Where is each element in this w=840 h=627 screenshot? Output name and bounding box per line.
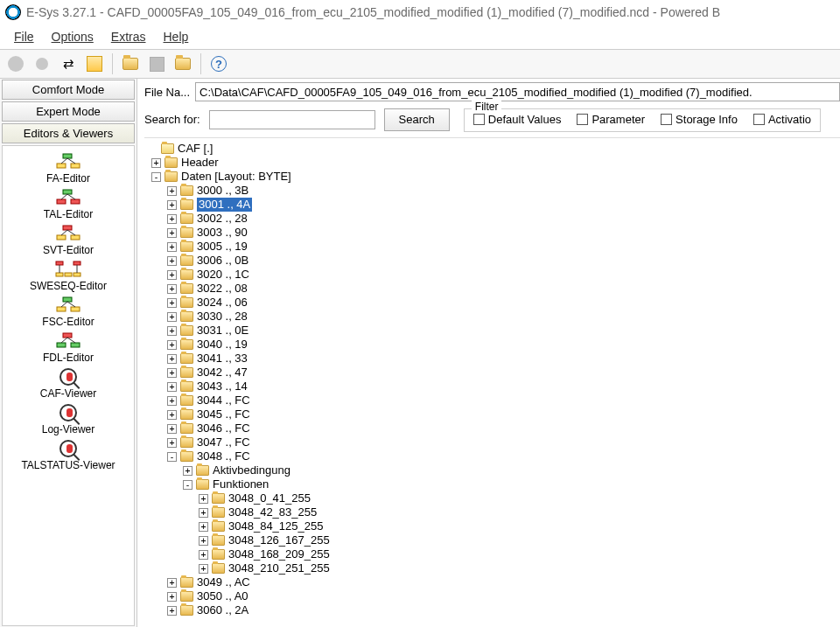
expand-icon[interactable]: + [199, 550, 208, 560]
expand-icon[interactable]: + [151, 158, 161, 168]
fa-editor-item[interactable]: FA-Editor [3, 150, 134, 185]
menu-help[interactable]: Help [157, 28, 196, 45]
expand-icon[interactable]: + [167, 354, 177, 364]
expand-icon[interactable]: + [167, 368, 177, 378]
tree-row[interactable]: +3048_210_251_255 [148, 561, 840, 575]
tree-row[interactable]: +3040 ., 19 [148, 338, 840, 352]
tree-row[interactable]: +3041 ., 33 [148, 352, 840, 366]
save-button[interactable] [146, 53, 167, 74]
back-button[interactable] [5, 53, 26, 74]
expand-icon[interactable]: + [199, 494, 208, 504]
tree-row[interactable]: +3060 ., 2A [148, 603, 840, 617]
tree-row[interactable]: +3001 ., 4A [148, 198, 840, 212]
tree-row[interactable]: +3048_126_167_255 [148, 533, 840, 547]
filter-parameter[interactable]: Parameter [577, 113, 645, 126]
expand-icon[interactable]: + [167, 298, 177, 308]
expand-icon[interactable]: + [167, 382, 177, 392]
config-button[interactable] [84, 53, 105, 74]
collapse-icon[interactable]: - [183, 480, 192, 490]
expand-icon[interactable]: + [167, 606, 177, 616]
sweseq-editor-item[interactable]: SWESEQ-Editor [3, 257, 134, 293]
expand-icon[interactable]: + [167, 340, 177, 350]
expand-icon[interactable]: + [167, 578, 177, 588]
tree-row[interactable]: +3048_0_41_255 [148, 491, 840, 505]
menu-extras[interactable]: Extras [104, 28, 153, 45]
expert-mode-header[interactable]: Expert Mode [2, 101, 135, 122]
tree-row[interactable]: +3022 ., 08 [148, 282, 840, 296]
tree-row[interactable]: +3024 ., 06 [148, 296, 840, 310]
expand-icon[interactable]: + [167, 228, 177, 238]
search-button[interactable]: Search [384, 108, 450, 131]
expand-icon[interactable]: + [167, 326, 177, 336]
tree-row[interactable]: +Header [148, 156, 840, 170]
filter-storage-info[interactable]: Storage Info [661, 113, 738, 126]
caf-viewer-item[interactable]: CAF-Viewer [3, 365, 134, 401]
expand-icon[interactable]: + [167, 186, 177, 196]
tree-row[interactable]: +3031 ., 0E [148, 324, 840, 338]
tree-row[interactable]: +3050 ., A0 [148, 589, 840, 603]
tree-row[interactable]: -Funktionen [148, 477, 840, 491]
expand-icon[interactable]: + [199, 564, 208, 574]
forward-button[interactable] [32, 53, 52, 74]
expand-icon[interactable]: + [167, 396, 177, 406]
search-input[interactable] [209, 110, 375, 129]
tree-view[interactable]: CAF [.]+Header-Daten [Layout: BYTE]+3000… [144, 137, 840, 627]
folder-icon [212, 507, 225, 518]
expand-icon[interactable]: + [167, 270, 177, 280]
expand-icon[interactable]: + [199, 536, 208, 546]
tree-row[interactable]: +3000 ., 3B [148, 184, 840, 198]
filename-input[interactable] [195, 82, 840, 101]
expand-icon[interactable]: + [167, 214, 177, 224]
expand-icon[interactable]: + [167, 256, 177, 266]
collapse-icon[interactable]: - [151, 172, 161, 182]
tree-row[interactable]: +3006 ., 0B [148, 254, 840, 268]
tree-row[interactable]: +3030 ., 28 [148, 310, 840, 324]
connect-button[interactable]: ⇄ [58, 53, 79, 74]
expand-icon[interactable]: + [199, 508, 208, 518]
filter-activation[interactable]: Activatio [753, 113, 811, 126]
collapse-icon[interactable]: - [167, 452, 177, 462]
expand-icon[interactable]: + [167, 284, 177, 294]
fdl-editor-item[interactable]: FDL-Editor [3, 329, 134, 365]
tree-row[interactable]: +3047 ., FC [148, 435, 840, 449]
log-viewer-item[interactable]: Log-Viewer [3, 401, 134, 436]
svt-editor-item[interactable]: SVT-Editor [3, 221, 134, 257]
fsc-editor-item[interactable]: FSC-Editor [3, 293, 134, 329]
tree-row[interactable]: +Aktivbedingung [148, 463, 840, 477]
menu-options[interactable]: Options [45, 28, 101, 45]
help-button[interactable]: ? [208, 53, 229, 74]
tree-row[interactable]: -3048 ., FC [148, 449, 840, 463]
talstatus-viewer-item[interactable]: TALSTATUS-Viewer [3, 436, 134, 472]
comfort-mode-header[interactable]: Comfort Mode [2, 80, 135, 100]
tree-row[interactable]: +3005 ., 19 [148, 240, 840, 254]
tree-row[interactable]: CAF [.] [148, 142, 840, 156]
expand-icon[interactable]: + [167, 242, 177, 252]
save-as-button[interactable] [172, 53, 193, 74]
tree-row[interactable]: +3048_42_83_255 [148, 505, 840, 519]
tree-row[interactable]: +3043 ., 14 [148, 380, 840, 394]
tree-row[interactable]: +3048_84_125_255 [148, 519, 840, 533]
tree-row[interactable]: +3049 ., AC [148, 575, 840, 589]
filter-default-values[interactable]: Default Values [473, 113, 562, 126]
expand-icon[interactable]: + [183, 466, 192, 476]
expand-icon[interactable]: + [167, 592, 177, 602]
expand-icon[interactable]: + [167, 410, 177, 420]
expand-icon[interactable]: + [167, 312, 177, 322]
tree-row[interactable]: +3046 ., FC [148, 421, 840, 435]
expand-icon[interactable]: + [199, 522, 208, 532]
expand-icon[interactable]: + [167, 200, 177, 210]
tree-row[interactable]: +3045 ., FC [148, 408, 840, 421]
tree-row[interactable]: +3042 ., 47 [148, 366, 840, 380]
tree-row[interactable]: +3048_168_209_255 [148, 547, 840, 561]
open-button[interactable] [120, 53, 141, 74]
menu-file[interactable]: File [7, 28, 41, 45]
tree-row[interactable]: +3003 ., 90 [148, 226, 840, 240]
tal-editor-item[interactable]: TAL-Editor [3, 185, 134, 221]
tree-row[interactable]: +3002 ., 28 [148, 212, 840, 226]
expand-icon[interactable]: + [167, 438, 177, 448]
tree-row[interactable]: +3044 ., FC [148, 394, 840, 408]
expand-icon[interactable]: + [167, 424, 177, 434]
tree-row[interactable]: -Daten [Layout: BYTE] [148, 170, 840, 184]
editors-viewers-header[interactable]: Editors & Viewers [2, 123, 135, 143]
tree-row[interactable]: +3020 ., 1C [148, 268, 840, 282]
